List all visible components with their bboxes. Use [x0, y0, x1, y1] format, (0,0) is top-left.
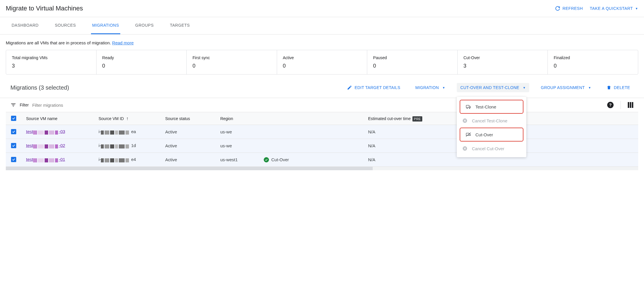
cut-over-icon — [465, 132, 471, 137]
dropdown-test-clone[interactable]: Test-Clone — [460, 100, 523, 113]
page-title: Migrate to Virtual Machines — [6, 5, 83, 12]
stat-label: Ready — [102, 55, 181, 60]
chevron-down-icon: ▼ — [442, 86, 445, 89]
stat-value: 0 — [102, 63, 181, 69]
col-region[interactable]: Region — [216, 112, 259, 125]
tab-targets[interactable]: TARGETS — [169, 17, 191, 34]
source-status: Active — [161, 139, 216, 153]
columns-icon[interactable] — [628, 102, 634, 108]
toolbar-title: Migrations (3 selected) — [10, 84, 69, 91]
stat-item: Finalized0 — [548, 50, 638, 74]
tab-migrations[interactable]: MIGRATIONS — [91, 17, 120, 34]
migration-status: Cut-Over — [264, 157, 359, 162]
stat-item: Paused0 — [367, 50, 458, 74]
migration-status-label: Cut-Over — [271, 157, 289, 162]
region: us-west1 — [216, 153, 259, 167]
stat-value: 0 — [283, 63, 361, 69]
stat-label: Total migrating VMs — [12, 55, 90, 60]
col-id-label: Source VM ID — [99, 116, 124, 121]
vm-id: i- ea — [94, 125, 161, 139]
quickstart-button[interactable]: TAKE A QUICKSTART ▼ — [590, 6, 638, 11]
stat-value: 0 — [192, 63, 271, 69]
delete-button[interactable]: DELETE — [603, 83, 634, 93]
stat-value: 0 — [554, 63, 632, 69]
cancel-icon — [462, 146, 468, 151]
dropdown-cancel-cut-over[interactable]: Cancel Cut-Over — [457, 142, 526, 155]
col-checkbox — [6, 112, 21, 125]
refresh-button[interactable]: REFRESH — [555, 6, 583, 11]
dropdown-cut-over-label: Cut-Over — [475, 132, 493, 137]
cutover-testclone-button[interactable]: CUT-OVER AND TEST-CLONE ▼ — [457, 83, 529, 92]
tabs: DASHBOARD SOURCES MIGRATIONS GROUPS TARG… — [0, 17, 644, 35]
table-row[interactable]: test-02i- 1dActiveus-weN/A — [6, 139, 638, 153]
vm-name-link[interactable]: test-03 — [26, 129, 65, 134]
group-assignment-label: GROUP ASSIGNMENT — [541, 85, 585, 90]
group-assignment-button[interactable]: GROUP ASSIGNMENT ▼ — [537, 83, 595, 92]
dropdown-cut-over[interactable]: Cut-Over — [460, 128, 523, 141]
stat-item: Ready0 — [97, 50, 187, 74]
chevron-down-icon: ▼ — [523, 86, 526, 89]
scrollbar-thumb[interactable] — [6, 167, 373, 170]
vm-id: i- 1d — [94, 139, 161, 153]
svg-rect-0 — [466, 105, 469, 108]
stat-label: Active — [283, 55, 361, 60]
region: us-we — [216, 139, 259, 153]
select-all-checkbox[interactable] — [11, 116, 16, 121]
read-more-link[interactable]: Read more — [112, 40, 134, 45]
preview-badge: PRE — [412, 116, 422, 122]
pencil-icon — [347, 85, 352, 90]
col-source-vm-name[interactable]: Source VM name — [21, 112, 94, 125]
stat-value: 0 — [373, 63, 452, 69]
col-source-vm-id[interactable]: Source VM ID↑ — [94, 112, 161, 125]
table-row[interactable]: test-01i- e4Activeus-west1Cut-OverN/A — [6, 153, 638, 167]
vm-id: i- e4 — [94, 153, 161, 167]
stat-value: 3 — [12, 63, 90, 69]
col-migration-status[interactable] — [259, 112, 363, 125]
stat-label: Finalized — [554, 55, 632, 60]
stat-value: 3 — [463, 63, 542, 69]
dropdown-cancel-test-clone-label: Cancel Test-Clone — [472, 118, 507, 123]
stat-item: Cut-Over3 — [458, 50, 548, 74]
chevron-down-icon: ▼ — [635, 7, 638, 10]
tab-dashboard[interactable]: DASHBOARD — [10, 17, 40, 34]
page-header: Migrate to Virtual Machines REFRESH TAKE… — [0, 0, 644, 17]
tab-groups[interactable]: GROUPS — [134, 17, 155, 34]
horizontal-scrollbar[interactable] — [6, 167, 638, 170]
sort-asc-icon: ↑ — [126, 116, 128, 121]
dropdown-cancel-test-clone[interactable]: Cancel Test-Clone — [457, 114, 526, 127]
test-clone-icon — [465, 104, 471, 110]
table-row[interactable]: test-03i- eaActiveus-weN/A — [6, 125, 638, 139]
description-text: Migrations are all VMs that are in proce… — [6, 40, 112, 45]
vm-name-link[interactable]: test-02 — [26, 143, 65, 148]
row-checkbox[interactable] — [11, 129, 16, 134]
refresh-icon — [555, 6, 560, 11]
vm-name-link[interactable]: test-01 — [26, 157, 65, 162]
source-status: Active — [161, 153, 216, 167]
quickstart-label: TAKE A QUICKSTART — [590, 6, 633, 11]
trash-icon — [606, 85, 612, 90]
row-checkbox[interactable] — [11, 157, 16, 162]
stat-item: Total migrating VMs3 — [6, 50, 97, 74]
stat-label: First sync — [192, 55, 271, 60]
dropdown-cancel-cut-over-label: Cancel Cut-Over — [472, 146, 504, 151]
tab-sources[interactable]: SOURCES — [54, 17, 77, 34]
col-source-status[interactable]: Source status — [161, 112, 216, 125]
description: Migrations are all VMs that are in proce… — [0, 35, 644, 50]
table-wrap: Source VM name Source VM ID↑ Source stat… — [6, 112, 638, 167]
row-checkbox[interactable] — [11, 143, 16, 148]
svg-point-1 — [467, 108, 468, 109]
filter-icon — [10, 102, 16, 108]
chevron-down-icon: ▼ — [588, 86, 591, 89]
stat-label: Paused — [373, 55, 452, 60]
col-est-time-label: Estimated cut-over time — [368, 116, 411, 121]
cutover-label: CUT-OVER AND TEST-CLONE — [460, 85, 519, 90]
delete-label: DELETE — [614, 85, 630, 90]
migration-label: MIGRATION — [415, 85, 439, 90]
stat-label: Cut-Over — [463, 55, 542, 60]
migration-button[interactable]: MIGRATION ▼ — [412, 83, 449, 92]
help-icon[interactable]: ? — [607, 102, 614, 108]
filter-right: ? — [607, 101, 634, 109]
migrations-table: Source VM name Source VM ID↑ Source stat… — [6, 112, 638, 167]
stats-box: Total migrating VMs3Ready0First sync0Act… — [6, 50, 638, 75]
edit-target-button[interactable]: EDIT TARGET DETAILS — [343, 83, 404, 93]
